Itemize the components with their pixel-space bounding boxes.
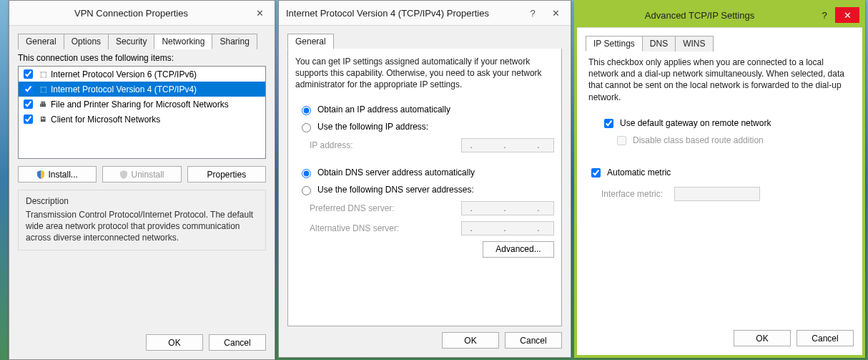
dialog-title: Advanced TCP/IP Settings [584,10,815,21]
network-protocol-icon: ⬚ [38,84,48,94]
dialog-title: VPN Connection Properties [16,8,246,19]
cancel-button[interactable]: Cancel [209,334,266,351]
item-checkbox[interactable] [24,69,33,79]
default-gateway-checkbox[interactable] [604,119,613,128]
list-item[interactable]: 🖶 File and Printer Sharing for Microsoft… [19,97,265,112]
pref-dns-input [461,201,554,215]
titlebar[interactable]: Internet Protocol Version 4 (TCP/IPv4) P… [279,1,571,26]
tab-general[interactable]: General [18,34,64,49]
cancel-button[interactable]: Cancel [797,330,854,346]
radio-dns-manual[interactable] [302,186,311,195]
tab-sharing[interactable]: Sharing [212,34,257,49]
interface-metric-input [674,187,760,201]
ip-address-label: IP address: [310,140,461,150]
shield-icon [119,170,128,179]
list-item[interactable]: ⬚ Internet Protocol Version 4 (TCP/IPv4) [19,82,265,97]
tabs: General Options Security Networking Shar… [18,33,266,49]
vpn-properties-dialog: VPN Connection Properties ✕ General Opti… [9,0,275,360]
install-button[interactable]: Install... [18,166,97,183]
tabs: General [287,33,562,49]
tab-options[interactable]: Options [64,34,109,49]
pref-dns-label: Preferred DNS server: [310,203,461,213]
list-item[interactable]: 🖥 Client for Microsoft Networks [19,112,265,127]
ok-button[interactable]: OK [734,330,791,346]
close-icon[interactable]: ✕ [543,5,568,21]
radio-dns-manual-label: Use the following DNS server addresses: [317,185,474,195]
shield-icon [36,170,45,179]
tab-ipsettings[interactable]: IP Settings [586,36,643,52]
help-icon[interactable]: ? [815,7,834,23]
radio-ip-manual[interactable] [302,123,311,132]
tabs: IP Settings DNS WINS [586,35,854,52]
uses-label: This connection uses the following items… [18,53,266,63]
item-checkbox[interactable] [24,99,33,109]
titlebar[interactable]: VPN Connection Properties ✕ [9,1,275,26]
class-route-label: Disable class based route addition [633,135,764,145]
auto-metric-checkbox[interactable] [591,168,601,177]
description-text: Transmission Control Protocol/Internet P… [26,209,258,244]
item-label: Internet Protocol Version 4 (TCP/IPv4) [51,84,197,94]
ok-button[interactable]: OK [442,332,499,349]
alt-dns-input [461,221,554,235]
tab-networking[interactable]: Networking [154,34,212,49]
item-checkbox[interactable] [24,84,33,94]
radio-dns-auto-label: Obtain DNS server address automatically [317,167,475,177]
tab-security[interactable]: Security [108,34,154,49]
network-protocol-icon: ⬚ [38,69,48,79]
service-icon: 🖶 [38,99,48,110]
radio-ip-manual-label: Use the following IP address: [317,122,428,132]
description-group: Description Transmission Control Protoco… [18,190,266,250]
auto-metric-label: Automatic metric [607,167,671,177]
dialog-title: Internet Protocol Version 4 (TCP/IPv4) P… [286,8,523,19]
list-item[interactable]: ⬚ Internet Protocol Version 6 (TCP/IPv6) [19,67,265,82]
class-route-checkbox [617,136,626,145]
network-items-list[interactable]: ⬚ Internet Protocol Version 6 (TCP/IPv6)… [18,66,266,159]
client-icon: 🖥 [38,115,48,125]
close-icon[interactable]: ✕ [835,7,859,23]
cancel-button[interactable]: Cancel [505,332,562,349]
radio-dns-auto[interactable] [302,169,311,178]
titlebar[interactable]: Advanced TCP/IP Settings ? ✕ [577,3,862,28]
radio-ip-auto-label: Obtain an IP address automatically [317,104,450,115]
intro-text: This checkbox only applies when you are … [588,57,851,103]
ok-button[interactable]: OK [146,334,203,351]
alt-dns-label: Alternative DNS server: [310,223,461,233]
item-checkbox[interactable] [24,115,33,124]
tab-general[interactable]: General [287,34,334,49]
ip-address-input [461,138,554,152]
item-label: Client for Microsoft Networks [51,115,160,125]
default-gateway-label: Use default gateway on remote network [620,118,771,128]
tab-wins[interactable]: WINS [675,36,713,52]
close-icon[interactable]: ✕ [247,5,272,21]
interface-metric-label: Interface metric: [601,189,666,199]
help-icon[interactable]: ? [523,5,542,21]
tab-dns[interactable]: DNS [642,36,676,52]
advanced-tcpip-dialog: Advanced TCP/IP Settings ? ✕ IP Settings… [574,0,865,358]
intro-text: You can get IP settings assigned automat… [295,56,554,91]
properties-button[interactable]: Properties [187,166,266,183]
item-label: Internet Protocol Version 6 (TCP/IPv6) [51,69,197,79]
description-label: Description [26,196,258,206]
item-label: File and Printer Sharing for Microsoft N… [51,99,229,110]
uninstall-button: Uninstall [102,166,181,183]
advanced-button[interactable]: Advanced... [483,241,554,258]
ipv4-properties-dialog: Internet Protocol Version 4 (TCP/IPv4) P… [278,0,571,358]
radio-ip-auto[interactable] [302,106,311,115]
